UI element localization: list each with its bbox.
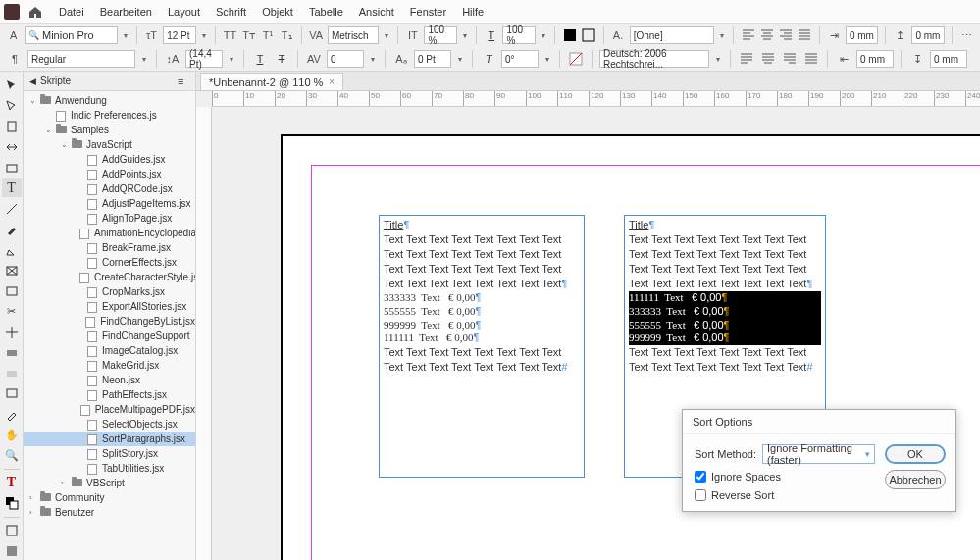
tree-item[interactable]: AddPoints.jsx	[24, 167, 195, 181]
selection-tool[interactable]	[2, 76, 22, 94]
space-before-field[interactable]: 0 mm	[911, 26, 944, 44]
sort-method-select[interactable]: Ignore Formatting (faster)▾	[762, 444, 875, 464]
canvas[interactable]: Title¶ Text Text Text Text Text Text Tex…	[212, 107, 980, 560]
eyedropper-tool[interactable]	[2, 405, 22, 424]
ok-button[interactable]: OK	[885, 444, 946, 464]
menu-ansicht[interactable]: Ansicht	[351, 3, 402, 21]
language-field[interactable]: Deutsch: 2006 Rechtschrei...	[599, 50, 709, 68]
tracking-field[interactable]: 0	[327, 50, 364, 68]
menu-objekt[interactable]: Objekt	[254, 3, 301, 21]
no-fill-icon[interactable]	[567, 50, 585, 68]
tree-item[interactable]: AddGuides.jsx	[24, 152, 195, 167]
menu-bearbeiten[interactable]: Bearbeiten	[92, 3, 160, 21]
tree-item[interactable]: BreakFrame.jsx	[24, 240, 195, 255]
font-family-field[interactable]: 🔍 Minion Pro	[25, 26, 117, 44]
tree-item[interactable]: PathEffects.jsx	[24, 387, 195, 402]
default-fill-stroke[interactable]	[2, 494, 22, 513]
justify-last-right-icon[interactable]	[781, 50, 799, 68]
tree-item[interactable]: CornerEffects.jsx	[24, 255, 195, 270]
panel-collapse-icon[interactable]: ◀	[29, 76, 36, 86]
gradient-swatch-tool[interactable]	[2, 343, 22, 362]
tree-item[interactable]: ›Benutzer	[24, 505, 195, 520]
pencil-tool[interactable]	[2, 240, 22, 259]
pen-tool[interactable]	[2, 220, 22, 238]
kerning-field[interactable]: Metrisch	[328, 26, 379, 44]
tree-item[interactable]: ExportAllStories.jsx	[24, 299, 195, 314]
panel-menu-icon[interactable]: ≡	[178, 76, 189, 87]
menu-hilfe[interactable]: Hilfe	[454, 3, 491, 21]
justify-last-center-icon[interactable]	[759, 50, 777, 68]
subscript-icon[interactable]: T₁	[280, 26, 294, 44]
page-tool[interactable]	[2, 117, 22, 135]
close-icon[interactable]: ×	[329, 76, 335, 87]
menu-tabelle[interactable]: Tabelle	[301, 3, 351, 21]
cancel-button[interactable]: Abbrechen	[885, 470, 946, 489]
tree-item[interactable]: TabUtilities.jsx	[24, 461, 195, 476]
skew-field[interactable]: 0°	[501, 50, 539, 68]
tree-item[interactable]: FindChangeByList.jsx	[24, 314, 195, 329]
ignore-spaces-checkbox[interactable]: Ignore Spaces	[695, 471, 875, 483]
tree-item[interactable]: ›Community	[24, 490, 195, 505]
more-options-icon[interactable]: ⋯	[959, 26, 974, 44]
baseline-field[interactable]: 0 Pt	[414, 50, 451, 68]
align-left-icon[interactable]	[741, 26, 755, 44]
tree-item[interactable]: CreateCharacterStyle.jsx	[24, 270, 195, 284]
space-after-field[interactable]: 0 mm	[930, 50, 967, 68]
tree-item[interactable]: PlaceMultipagePDF.jsx	[24, 402, 195, 417]
align-justify-icon[interactable]	[798, 26, 812, 44]
align-center-icon[interactable]	[759, 26, 774, 44]
menu-layout[interactable]: Layout	[160, 3, 208, 21]
tree-item[interactable]: ⌄Samples	[24, 123, 195, 137]
document-tab[interactable]: *Unbenannt-2 @ 110 % ×	[200, 73, 343, 90]
tree-item[interactable]: CropMarks.jsx	[24, 284, 195, 299]
justify-last-left-icon[interactable]	[738, 50, 755, 68]
font-weight-field[interactable]: Regular	[27, 50, 135, 68]
free-transform-tool[interactable]	[2, 323, 22, 341]
tree-item[interactable]: Indic Preferences.js	[24, 108, 195, 123]
tree-item[interactable]: AdjustPageItems.jsx	[24, 196, 195, 211]
direct-selection-tool[interactable]	[2, 96, 22, 115]
horizontal-ruler[interactable]: 0102030405060708090100110120130140150160…	[212, 91, 980, 107]
hscale-field[interactable]: 100 %	[424, 26, 456, 44]
gradient-feather-tool[interactable]	[2, 364, 22, 382]
fill-icon[interactable]	[562, 26, 577, 44]
content-collector-tool[interactable]	[2, 158, 22, 177]
tree-item[interactable]: ⌄JavaScript	[24, 137, 195, 152]
tree-item[interactable]: AddQRCode.jsx	[24, 181, 195, 196]
indent-left-field[interactable]: 0 mm	[846, 26, 878, 44]
stroke-icon[interactable]	[581, 26, 595, 44]
view-mode-preview[interactable]	[2, 542, 22, 560]
reverse-sort-checkbox[interactable]: Reverse Sort	[695, 489, 875, 501]
tree-item[interactable]: SelectObjects.jsx	[24, 417, 195, 432]
zoom-tool[interactable]: 🔍	[2, 446, 22, 465]
tree-item[interactable]: Neon.jsx	[24, 373, 195, 387]
tree-item[interactable]: ⌄Anwendung	[24, 93, 195, 108]
tree-item[interactable]: ImageCatalog.jsx	[24, 343, 195, 358]
smallcaps-icon[interactable]: Tᴛ	[241, 26, 256, 44]
hand-tool[interactable]: ✋	[2, 426, 22, 444]
para-panel-icon[interactable]: ¶	[6, 50, 24, 68]
charstyle-field[interactable]: [Ohne]	[630, 26, 714, 44]
indent-right-field[interactable]: 0 mm	[856, 50, 894, 68]
tree-item[interactable]: AlignToPage.jsx	[24, 211, 195, 226]
fill-stroke-toggle[interactable]: T	[2, 474, 22, 492]
menu-fenster[interactable]: Fenster	[402, 3, 454, 21]
align-right-icon[interactable]	[778, 26, 793, 44]
superscript-icon[interactable]: T¹	[260, 26, 275, 44]
char-panel-icon[interactable]: A	[6, 26, 21, 44]
vscale-field[interactable]: 100 %	[502, 26, 535, 44]
view-mode-normal[interactable]	[2, 522, 22, 540]
strike-icon[interactable]: T	[273, 50, 290, 68]
justify-all-icon[interactable]	[802, 50, 820, 68]
menu-datei[interactable]: Datei	[51, 3, 92, 21]
rectangle-frame-tool[interactable]	[2, 261, 22, 280]
font-size-field[interactable]: 12 Pt	[163, 26, 195, 44]
note-tool[interactable]	[2, 384, 22, 403]
rectangle-tool[interactable]	[2, 281, 22, 300]
tree-item[interactable]: SplitStory.jsx	[24, 446, 195, 461]
underline-icon[interactable]: T	[251, 50, 269, 68]
tree-item[interactable]: MakeGrid.jsx	[24, 358, 195, 373]
tree-item[interactable]: FindChangeSupport	[24, 329, 195, 343]
tree-item[interactable]: SortParagraphs.jsx	[24, 432, 195, 446]
gap-tool[interactable]	[2, 137, 22, 156]
